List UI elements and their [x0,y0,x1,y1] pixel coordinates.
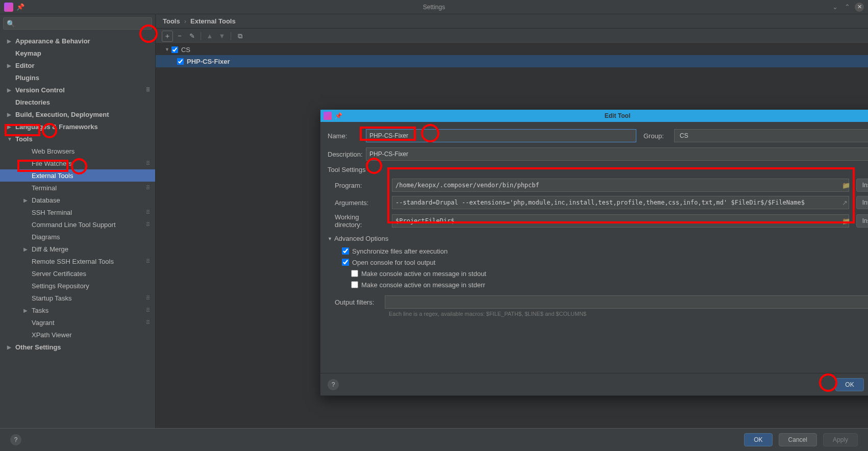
dialog-pin-icon[interactable]: 📌 [335,112,342,119]
arguments-input[interactable] [392,196,849,209]
dialog-app-icon [324,112,332,120]
item-checkbox[interactable] [177,58,184,65]
desc-input[interactable] [366,147,868,161]
down-button[interactable]: ▼ [216,31,228,42]
sidebar-item[interactable]: Plugins [0,71,155,84]
group-name: CS [181,46,190,54]
sidebar-item[interactable]: Directories [0,96,155,108]
maximize-icon[interactable]: ⌃ [842,3,852,12]
tool-settings-label: Tool Settings [328,166,868,173]
settings-footer: ? OK Cancel Apply [0,428,868,451]
ok-button[interactable]: OK [744,433,772,446]
stderr-label: Make console active on message in stderr [361,281,485,289]
workdir-label: Working directory: [335,213,388,229]
sidebar-item[interactable]: ▶Build, Execution, Deployment [0,108,155,120]
sidebar-item[interactable]: Web Browsers [0,145,155,157]
sidebar-item[interactable]: Settings Repository [0,280,155,292]
breadcrumb-leaf[interactable]: External Tools [190,17,236,25]
sidebar-item[interactable]: Server Certificates [0,267,155,280]
dialog-ok-button[interactable]: OK [835,378,863,391]
output-filters-input[interactable] [385,295,868,309]
stdout-checkbox[interactable] [351,270,358,277]
tool-group-row[interactable]: ▼ CS [156,44,868,55]
console-label: Open console for tool output [352,259,435,266]
group-label: Group: [643,132,674,140]
dialog-titlebar: 📌 Edit Tool ⌄ ⌃ ✕ [320,110,868,122]
arguments-macro-button[interactable]: Insert Macro... [856,196,868,209]
sidebar-item[interactable]: Startup Tasks⠿ [0,292,155,304]
dialog-title: Edit Tool [605,112,630,119]
workdir-macro-button[interactable]: Insert Macro... [856,214,868,228]
sidebar-item[interactable]: ▶Database [0,194,155,206]
sync-checkbox[interactable] [342,247,349,255]
workdir-input[interactable] [392,214,849,228]
sidebar-item[interactable]: XPath Viewer [0,329,155,341]
output-filters-label: Output filters: [335,298,381,306]
breadcrumb: Tools › External Tools [156,14,868,29]
group-checkbox[interactable] [171,46,178,53]
sidebar-item[interactable]: Keymap [0,47,155,59]
app-icon [4,3,13,12]
settings-sidebar: ▶Appearance & BehaviorKeymap▶EditorPlugi… [0,14,156,428]
edit-button[interactable]: ✎ [186,31,197,42]
tool-item-row[interactable]: PHP-CS-Fixer [156,55,868,67]
desc-label: Description: [328,151,366,158]
sidebar-item[interactable]: SSH Terminal⠿ [0,206,155,218]
sidebar-item[interactable]: ▶Version Control⠿ [0,84,155,96]
output-filters-hint: Each line is a regex, available macros: … [389,311,868,317]
cancel-button[interactable]: Cancel [779,433,817,446]
external-tools-toolbar: ＋ − ✎ ▲ ▼ ⧉ [156,29,868,44]
item-name: PHP-CS-Fixer [187,58,230,65]
up-button[interactable]: ▲ [204,31,215,42]
sidebar-item[interactable]: ▶Other Settings [0,341,155,353]
external-tools-list: ▼ CS PHP-CS-Fixer 📌 Edit Tool ⌄ [156,44,868,428]
sidebar-item[interactable]: Command Line Tool Support⠿ [0,218,155,231]
sidebar-item[interactable]: File Watchers⠿ [0,157,155,169]
console-checkbox[interactable] [342,259,349,266]
help-button[interactable]: ? [10,434,21,445]
sidebar-item[interactable]: Diagrams [0,231,155,243]
arguments-label: Arguments: [335,199,388,207]
pin-icon[interactable]: 📌 [16,3,24,11]
sidebar-item[interactable]: ▶Appearance & Behavior [0,35,155,47]
sidebar-item[interactable]: ▶Tasks⠿ [0,304,155,316]
sidebar-item[interactable]: External Tools [0,169,155,182]
sidebar-item[interactable]: ▶Languages & Frameworks [0,120,155,133]
program-input[interactable] [392,179,849,192]
close-icon[interactable]: ✕ [855,3,864,12]
minimize-icon[interactable]: ⌄ [830,3,839,12]
search-input[interactable] [3,17,152,30]
sync-label: Synchronize files after execution [352,247,448,255]
remove-button[interactable]: − [174,31,185,42]
name-label: Name: [328,132,366,140]
stderr-checkbox[interactable] [351,281,358,288]
dialog-help-button[interactable]: ? [328,379,339,390]
breadcrumb-root[interactable]: Tools [163,17,180,25]
sidebar-item[interactable]: Vagrant⠿ [0,316,155,329]
add-button[interactable]: ＋ [162,31,173,42]
edit-tool-dialog: 📌 Edit Tool ⌄ ⌃ ✕ Name: Group: [320,109,868,396]
sidebar-item[interactable]: ▼Tools [0,133,155,145]
settings-tree[interactable]: ▶Appearance & BehaviorKeymap▶EditorPlugi… [0,33,155,428]
sidebar-item[interactable]: ▶Diff & Merge [0,243,155,255]
program-macro-button[interactable]: Insert Macro... [856,179,868,192]
apply-button[interactable]: Apply [823,433,858,446]
sidebar-item[interactable]: Remote SSH External Tools⠿ [0,255,155,267]
stdout-label: Make console active on message in stdout [361,270,486,278]
program-label: Program: [335,182,388,189]
copy-button[interactable]: ⧉ [234,31,245,42]
window-title: Settings [423,4,445,11]
sidebar-item[interactable]: Terminal⠿ [0,182,155,194]
advanced-toggle[interactable]: ▼ Advanced Options [328,235,868,242]
group-select[interactable]: CS [674,129,868,142]
sidebar-item[interactable]: ▶Editor [0,59,155,71]
name-input[interactable] [366,129,636,142]
settings-main: Tools › External Tools ＋ − ✎ ▲ ▼ ⧉ ▼ CS [156,14,868,428]
window-titlebar: 📌 Settings ⌄ ⌃ ✕ [0,0,868,14]
